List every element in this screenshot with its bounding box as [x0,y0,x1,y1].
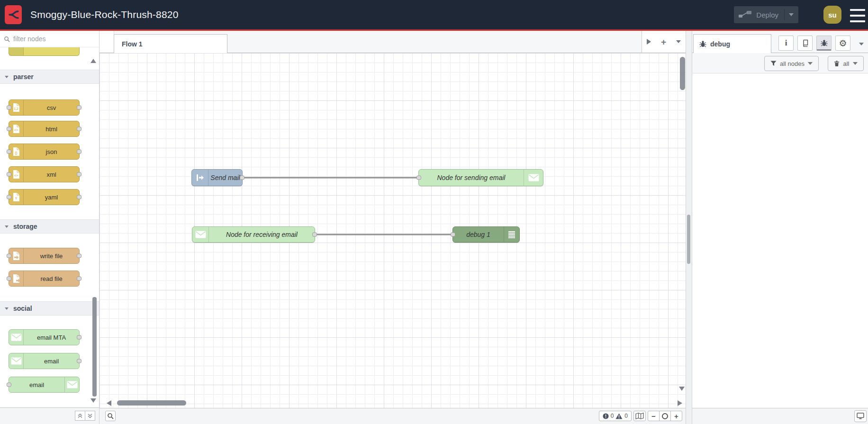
palette-node-yaml[interactable]: Yyaml [9,189,80,205]
app-title: Smoggy-Blue-Rock-Thrush-8820 [30,9,179,20]
canvas-scroll-left-icon[interactable] [107,400,111,406]
debug-sidebar: debug i ⚙ all nodes all [692,31,868,424]
svg-text:<>: <> [14,128,18,132]
chevron-down-icon [5,76,9,80]
palette-search[interactable]: filter nodes [0,31,99,47]
workspace-grid[interactable]: Send mailNode for sending emailNode for … [99,53,686,408]
palette-node-partial[interactable] [9,47,80,56]
deploy-button[interactable]: Deploy [734,6,798,23]
palette-node-read-file[interactable]: read file [9,271,80,287]
canvas-search-button[interactable] [105,411,116,421]
vertical-scrollbar-thumb[interactable] [680,57,685,90]
flow-list-caret-icon[interactable] [676,40,681,45]
output-port[interactable] [77,277,81,281]
palette-node-html[interactable]: <>html [9,121,80,137]
input-port[interactable] [7,383,11,387]
output-port[interactable] [240,176,244,180]
palette-node-label: read file [24,271,79,286]
canvas-scroll-right-icon[interactable] [678,400,682,406]
palette-scroll-down-icon[interactable] [90,398,96,406]
sidebar-separator[interactable] [686,31,692,424]
palette-node-label: email [9,377,64,392]
debug-message-list [692,73,868,408]
flow-node-Node-for-receiving-email[interactable]: Node for receiving email [192,226,315,243]
input-port[interactable] [7,172,11,177]
collapse-categories-button[interactable] [75,411,85,421]
flow-node-label: debug 1 [453,227,504,242]
palette-node-email-MTA[interactable]: email MTA [9,329,80,345]
info-tab-button[interactable]: i [778,36,794,51]
help-tab-button[interactable] [797,36,813,51]
info-icon: i [785,38,787,48]
zoom-in-button[interactable]: + [671,411,682,421]
separator-drag-handle[interactable] [687,215,690,264]
zoom-reset-button[interactable] [660,411,671,421]
output-port[interactable] [77,195,81,199]
palette-node-label: csv [24,100,79,115]
double-chevron-up-icon [77,414,83,418]
zoom-out-button[interactable]: − [648,411,660,421]
debug-clear-button[interactable]: all [828,56,864,71]
palette-node-json[interactable]: {}json [9,144,80,160]
bug-icon [699,40,706,47]
main-menu-icon[interactable] [850,8,865,23]
palette-category-parser[interactable]: parser [0,70,99,84]
input-port[interactable] [7,127,11,131]
palette-node-label: xml [24,167,79,182]
input-port[interactable] [416,176,421,180]
filter-caret-icon [808,62,813,67]
input-port[interactable] [451,233,455,237]
palette-node-label: yaml [24,189,79,205]
svg-text:Y: Y [15,197,17,200]
monitor-icon [857,413,864,420]
input-port[interactable] [7,277,11,281]
flow-node-Node-for-sending-email[interactable]: Node for sending email [418,169,543,186]
palette-filter-placeholder: filter nodes [13,35,45,43]
horizontal-scrollbar-thumb[interactable] [117,400,186,406]
config-tab-button[interactable]: ⚙ [835,36,850,51]
flow-node-Send-mail[interactable]: Send mail [191,169,243,186]
map-icon [635,413,644,419]
sidebar-collapse-caret-icon[interactable] [859,43,864,48]
palette-node-email[interactable]: email [9,377,80,393]
flow-node-debug-1[interactable]: debug 1 [452,226,520,243]
trash-icon [834,60,840,67]
debug-clear-label: all [843,60,849,67]
open-debug-window-button[interactable] [854,410,867,422]
palette-category-storage[interactable]: storage [0,219,99,234]
output-port[interactable] [77,335,81,340]
output-port[interactable] [77,150,81,154]
add-flow-icon[interactable]: + [661,37,666,46]
output-port[interactable] [77,106,81,110]
palette-node-write-file[interactable]: write file [9,248,80,264]
deploy-options-caret[interactable] [789,13,794,18]
category-label: storage [13,223,37,230]
navigator-button[interactable] [633,411,646,421]
palette-node-email[interactable]: email [9,353,80,369]
palette-scroll-up-icon[interactable] [90,56,96,63]
tab-debug[interactable]: debug [693,34,771,53]
output-port[interactable] [77,172,81,177]
input-port[interactable] [7,195,11,199]
tab-flow-1[interactable]: Flow 1 [114,34,227,53]
palette-scroll-area: parser1,2csv<>html{}json<>xmlYyamlstorag… [0,47,99,408]
next-tab-icon[interactable] [647,39,651,45]
user-avatar[interactable]: su [823,6,841,24]
output-port[interactable] [77,127,81,131]
palette-node-xml[interactable]: <>xml [9,166,80,182]
input-port[interactable] [7,254,11,258]
palette-scrollbar-thumb[interactable] [92,297,97,397]
output-port[interactable] [77,359,81,363]
output-port[interactable] [312,233,317,237]
expand-categories-button[interactable] [85,411,95,421]
debug-filter-button[interactable]: all nodes [764,56,819,71]
input-port[interactable] [7,106,11,110]
canvas-scroll-down-icon[interactable] [679,387,685,394]
debug-tab-button[interactable] [816,36,832,51]
input-port[interactable] [7,150,11,154]
flow-canvas: Flow 1 + Send mailNode for sending email… [99,31,686,424]
palette-category-social[interactable]: social [0,301,99,316]
palette-node-csv[interactable]: 1,2csv [9,99,80,116]
app-logo-icon [5,5,22,24]
output-port[interactable] [77,254,81,258]
